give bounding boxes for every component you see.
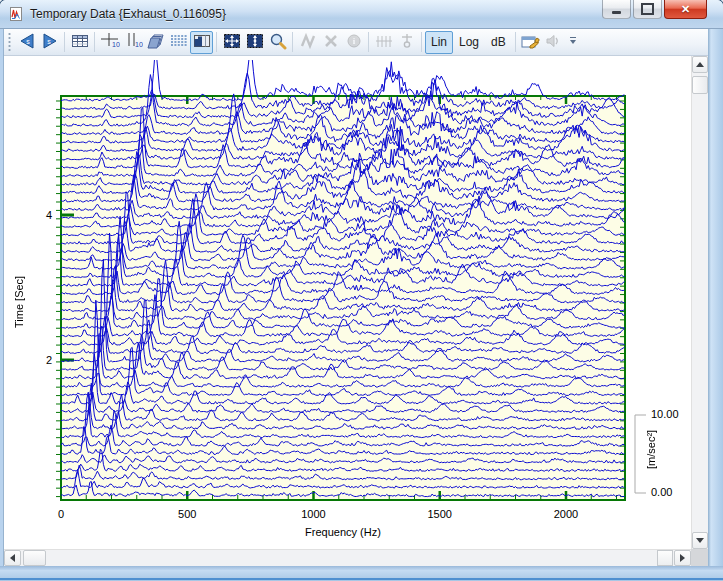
comb-cursor-button[interactable] [372,31,395,54]
scroll-down-button[interactable] [692,532,708,549]
vertical-scrollbar[interactable] [691,56,708,549]
toolbar-separator [216,32,217,52]
waterfall-3d-view-icon [147,33,165,52]
svg-text:10: 10 [135,41,143,48]
window-border-bottom [0,566,723,581]
close-button[interactable]: ✕ [664,0,707,19]
autoscale-x-icon [223,33,241,52]
x-axis-title: Frequency (Hz) [233,526,453,538]
db-scale-button[interactable]: dB [485,31,512,54]
maximize-button[interactable] [633,0,662,19]
single-cursor-icon: 10 [100,32,120,53]
info-icon: i [345,33,363,52]
zoom-button[interactable] [266,31,289,54]
window-border-right [708,29,723,581]
autoscale-y-button[interactable] [243,31,266,54]
app-icon [8,6,24,22]
lin-scale-button[interactable]: Lin [425,31,453,54]
svg-text:0: 0 [58,508,64,520]
waterfall-plot[interactable]: 050010001500200024 [4,56,691,549]
autoscale-x-button[interactable] [220,31,243,54]
fit-curve-icon [299,33,317,52]
svg-text:2: 2 [46,354,52,366]
waterfall-3d-view-button[interactable] [144,31,167,54]
svg-text:4: 4 [46,209,52,221]
horizontal-scroll-thumb[interactable] [23,550,46,566]
comb-cursor-icon [375,33,393,52]
front-back-display-icon [193,33,211,52]
svg-text:1000: 1000 [301,508,325,520]
data-table-button[interactable] [68,31,91,54]
next-record-button[interactable]: s [38,31,61,54]
toolbar-overflow-icon [570,37,576,38]
svg-text:s: s [26,38,30,45]
toolbar-separator [421,32,422,52]
fit-curve-button[interactable] [296,31,319,54]
display-properties-icon [520,32,540,53]
window-border-left [0,29,4,581]
single-cursor-button[interactable]: 10 [98,31,121,54]
scroll-left-button[interactable] [4,550,21,566]
info-button[interactable]: i [342,31,365,54]
autoscale-y-icon [246,33,264,52]
sound-icon [544,33,562,52]
toolbar: s s 10 [4,29,708,56]
window-title: Temporary Data {Exhaust_0.116095} [30,7,226,21]
svg-text:2000: 2000 [554,508,578,520]
toolbar-separator [368,32,369,52]
toolbar-separator [94,32,95,52]
remove-fit-icon [322,33,340,52]
log-scale-button[interactable]: Log [453,31,485,54]
colormap-view-button[interactable] [167,31,190,54]
toolbar-grip[interactable] [8,32,11,52]
toolbar-separator [515,32,516,52]
scroll-up-button[interactable] [692,56,708,73]
svg-text:10: 10 [112,41,120,48]
minimize-button[interactable] [602,0,631,19]
horizontal-scrollbar[interactable] [4,549,691,566]
window-controls: ✕ [602,0,707,19]
anchor-cursor-button[interactable] [395,31,418,54]
sound-button[interactable] [542,31,565,54]
scrollbar-splitter[interactable] [657,550,673,566]
previous-record-icon: s [17,32,37,53]
double-cursor-icon: 10 [123,32,143,53]
double-cursor-button[interactable]: 10 [121,31,144,54]
plot-area: 050010001500200024 Frequency (Hz) Time [… [4,56,691,549]
app-window: Temporary Data {Exhaust_0.116095} ✕ s s [0,0,723,581]
svg-text:s: s [47,38,51,45]
anchor-cursor-icon [398,33,416,52]
svg-text:500: 500 [178,508,196,520]
display-properties-button[interactable] [519,31,542,54]
front-back-display-button[interactable] [190,31,213,54]
y-axis-title: Time [Sec] [13,242,25,362]
svg-text:1500: 1500 [428,508,452,520]
remove-fit-button[interactable] [319,31,342,54]
amplitude-scale-unit: [m/sec²] [645,389,657,509]
toolbar-separator [292,32,293,52]
next-record-icon: s [40,32,60,53]
colormap-view-icon [170,33,188,52]
scroll-right-button[interactable] [674,550,691,566]
scrollbar-corner [691,549,708,566]
toolbar-separator [64,32,65,52]
zoom-icon [269,32,287,53]
title-bar[interactable]: Temporary Data {Exhaust_0.116095} ✕ [0,0,723,29]
previous-record-button[interactable]: s [15,31,38,54]
data-table-icon [71,33,89,52]
vertical-scroll-thumb[interactable] [692,76,708,94]
